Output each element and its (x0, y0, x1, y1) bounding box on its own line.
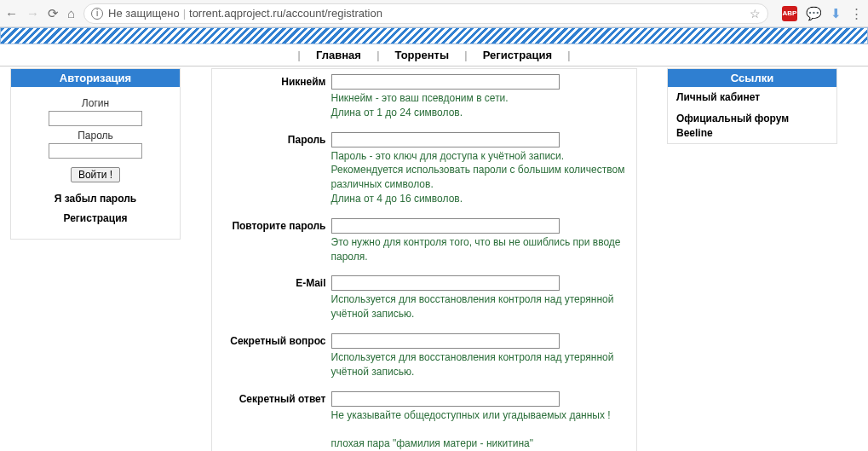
menu-item-torrents[interactable]: Торренты (395, 49, 450, 61)
nick-label: Никнейм (221, 74, 331, 88)
auth-title: Авторизация (11, 69, 180, 87)
question-hint: Используется для восстановления контроля… (331, 350, 628, 379)
password-input[interactable] (49, 143, 142, 159)
forward-icon[interactable]: → (26, 6, 39, 21)
menu-separator: | (377, 49, 380, 61)
nick-input[interactable] (331, 74, 560, 90)
browser-toolbar: ← → ⟳ ⌂ i Не защищено | torrent.aqprojec… (0, 0, 868, 27)
question-input[interactable] (331, 333, 560, 349)
menu-item-register[interactable]: Регистрация (483, 49, 552, 61)
forgot-password-link[interactable]: Я забыл пароль (18, 189, 173, 209)
menu-separator: | (297, 49, 301, 61)
extension-icon[interactable]: 💬 (806, 6, 822, 21)
insecure-label: Не защищено (108, 7, 180, 20)
login-button[interactable]: Войти ! (71, 167, 120, 182)
main-menu: | Главная | Торренты | Регистрация | (0, 44, 868, 66)
question-label: Секретный вопрос (221, 333, 331, 347)
url-text: torrent.aqproject.ru/account/registratio… (189, 7, 382, 20)
nick-hint: Никнейм - это ваш псевдоним в сети. Длин… (331, 91, 628, 120)
links-title: Ссылки (668, 69, 836, 87)
links-item-cabinet[interactable]: Личный кабинет (668, 87, 836, 108)
address-bar[interactable]: i Не защищено | torrent.aqproject.ru/acc… (83, 3, 768, 24)
info-icon[interactable]: i (91, 8, 103, 20)
password-label: Пароль (18, 130, 173, 142)
answer-label: Секретный ответ (221, 391, 331, 405)
url-separator: | (183, 7, 186, 20)
pass2-input[interactable] (331, 218, 560, 234)
menu-item-home[interactable]: Главная (316, 49, 361, 61)
back-icon[interactable]: ← (5, 6, 18, 21)
pass-input[interactable] (331, 132, 560, 147)
login-input[interactable] (49, 111, 142, 126)
bookmark-star-icon[interactable]: ☆ (750, 7, 761, 20)
answer-input[interactable] (331, 391, 560, 407)
registration-form: Никнейм Никнейм - это ваш псевдоним в се… (211, 68, 637, 451)
download-icon[interactable]: ⬇ (831, 6, 842, 21)
login-label: Логин (18, 97, 173, 109)
pass-label: Пароль (221, 132, 331, 146)
abp-icon[interactable]: ABP (782, 6, 797, 21)
menu-separator: | (567, 49, 571, 61)
menu-separator: | (464, 49, 468, 61)
answer-hint: Не указывайте общедоступных или угадывае… (331, 408, 628, 451)
links-box: Ссылки Личный кабинет Официальный форум … (667, 68, 837, 144)
menu-dots-icon[interactable]: ⋮ (850, 6, 863, 21)
reload-icon[interactable]: ⟳ (48, 6, 59, 21)
home-icon[interactable]: ⌂ (67, 6, 75, 21)
pass2-label: Повторите пароль (221, 218, 331, 232)
pass-hint: Пароль - это ключ для доступа к учётной … (331, 149, 628, 206)
email-input[interactable] (331, 275, 560, 291)
header-stripes (0, 27, 868, 44)
pass2-hint: Это нужно для контроля того, что вы не о… (331, 235, 628, 264)
email-label: E-Mail (221, 275, 331, 289)
register-link[interactable]: Регистрация (18, 209, 173, 228)
links-item-forum[interactable]: Официальный форум Beeline (668, 108, 836, 144)
auth-box: Авторизация Логин Пароль Войти ! Я забыл… (10, 68, 181, 240)
email-hint: Используется для восстановления контроля… (331, 292, 628, 321)
